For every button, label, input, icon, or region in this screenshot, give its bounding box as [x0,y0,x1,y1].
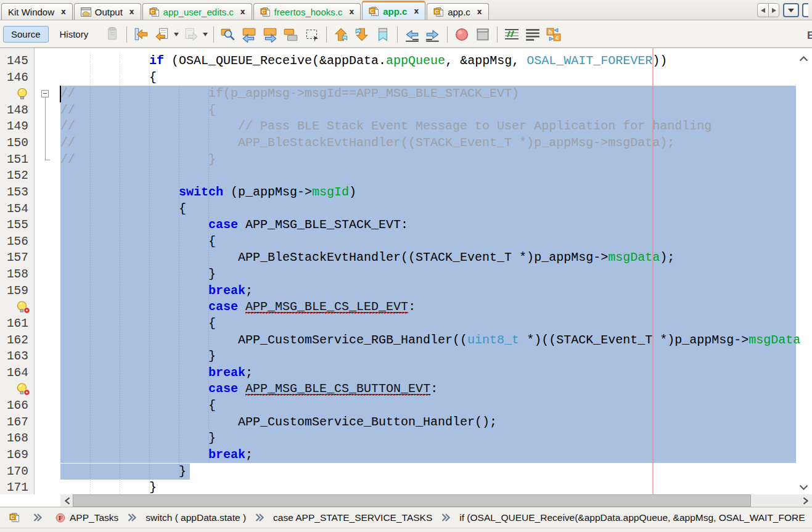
horizontal-scrollbar[interactable] [0,494,812,507]
code-line-159[interactable]: break; [60,283,253,300]
breadcrumb-item[interactable]: C [9,512,24,523]
code-line-153[interactable]: switch (p_appMsg->msgId) [60,184,356,201]
code-line-154[interactable]: { [60,201,186,218]
code-line-166[interactable]: { [60,398,216,414]
hscroll-thumb[interactable] [73,494,751,507]
code-fold-collapse-box[interactable] [41,90,49,97]
breadcrumb-item[interactable]: switch ( appData.state ) [146,512,246,523]
toggle-highlight-button[interactable] [282,26,301,43]
code-line-148[interactable]: // { [60,102,216,119]
code-line-168[interactable]: } [60,430,216,447]
previous-bookmark-button[interactable] [332,26,351,43]
breadcrumb-item[interactable]: if (OSAL_QUEUE_Receive(&appData.appQueue… [459,512,805,523]
history-view-button[interactable]: History [52,26,96,43]
shift-line-left-button[interactable] [403,26,422,43]
svg-text:F: F [58,514,62,521]
scroll-tabs-right-button[interactable] [768,4,779,17]
code-line-163[interactable]: } [60,348,216,365]
hint-lightbulb-icon[interactable] [16,88,30,103]
code-line-155[interactable]: case APP_MSG_BLE_STACK_EVT: [60,217,408,234]
tab-label: Kit Window [8,7,54,17]
code-line-150[interactable]: // APP_BleStackEvtHandler((STACK_Event_T… [60,135,675,152]
forward-dropdown-icon[interactable] [202,26,208,43]
code-line-151[interactable]: // } [60,152,216,168]
shift-line-right-button[interactable] [424,26,443,43]
tab-close-icon[interactable]: x [61,7,66,16]
tab-app-user-edits-c[interactable]: Capp_user_edits.cx [142,3,252,20]
tab-kit-window[interactable]: Kit Windowx [1,3,73,20]
maximize-button-partial[interactable] [802,3,808,17]
scroll-down-icon[interactable] [799,481,808,493]
stop-macro-recording-button[interactable] [474,26,493,43]
tab-close-icon[interactable]: x [477,7,482,16]
code-line-147[interactable]: // if(p_appMsg->msgId==APP_MSG_BLE_STACK… [60,86,519,102]
source-view-button[interactable]: Source [3,26,49,43]
line-number: 158 [7,266,28,283]
tab-app-c[interactable]: Capp.cx [362,1,425,20]
code-line-170[interactable]: } [60,464,186,480]
c-file-icon: C [260,7,271,17]
code-line-164[interactable]: break; [60,365,253,382]
breadcrumb-item[interactable]: case APP_STATE_SERVICE_TASKS [273,512,432,523]
breadcrumb-chevron-icon [127,513,137,522]
code-line-169[interactable]: break; [60,447,253,464]
code-editor[interactable]: 1451461481491501511521531541551561571581… [0,48,812,494]
last-edit-position-button[interactable] [132,26,151,43]
uncomment-button[interactable] [523,26,543,43]
line-number: 155 [7,217,28,234]
start-macro-recording-button[interactable] [453,26,472,43]
rectangular-selection-button[interactable] [303,26,322,43]
tab-close-icon[interactable]: x [240,7,245,16]
hscroll-left-arrow-icon[interactable] [62,495,73,506]
code-line-160[interactable]: case APP_MSG_BLE_CS_LED_EVT: [60,299,416,316]
error-underlined-identifier: APP_MSG_BLE_CS_LED_EVT [245,300,408,314]
tab-close-icon[interactable]: x [414,7,419,15]
code-line-146[interactable]: { [60,70,157,86]
find-previous-button[interactable] [240,26,259,43]
code-line-158[interactable]: } [60,266,216,283]
tab-close-icon[interactable]: x [129,7,134,16]
toolbar-separator [213,27,214,43]
svg-text:C: C [435,8,439,14]
code-line-157[interactable]: APP_BleStackEvtHandler((STACK_Event_T *)… [60,250,675,266]
diff-history-button[interactable] [103,26,122,43]
c-file-icon: C [149,7,160,17]
tab-output[interactable]: Outputx [74,3,141,20]
line-number: 152 [7,168,28,184]
find-selection-button[interactable] [219,26,238,43]
code-line-149[interactable]: // // Pass BLE Stack Event Message to Us… [60,118,712,135]
toggle-header-source-button[interactable]: hc [544,26,564,43]
hscroll-track[interactable] [60,494,812,507]
hscroll-right-arrow-icon[interactable] [800,495,811,506]
code-line-162[interactable]: APP_CustomService_RGB_Handler((uint8_t *… [60,332,800,349]
comment-button[interactable] [502,26,522,43]
back-dropdown-icon[interactable] [173,26,179,43]
code-line-165[interactable]: case APP_MSG_BLE_CS_BUTTON_EVT: [60,381,438,398]
scroll-tabs-left-button[interactable] [758,4,768,17]
toolbar-separator [326,27,327,43]
find-next-button[interactable] [261,26,280,43]
tab-close-icon[interactable]: x [349,7,354,16]
forward-button[interactable] [182,26,201,43]
back-button[interactable] [153,26,172,43]
line-number: 149 [7,118,28,135]
next-bookmark-button[interactable] [353,26,372,43]
function-circle-icon: F [55,513,65,523]
code-line-145[interactable]: if (OSAL_QUEUE_Receive(&appData.appQueue… [60,53,667,70]
tab-list-dropdown-button[interactable] [783,3,799,17]
editor-tab-bar: Kit WindowxOutputxCapp_user_edits.cxCfre… [0,0,812,20]
line-number: 171 [7,480,28,494]
breadcrumb-item[interactable]: FAPP_Tasks [55,512,118,523]
code-line-161[interactable]: { [60,316,216,332]
code-line-156[interactable]: { [60,234,216,250]
error-hint-lightbulb-icon[interactable] [16,301,30,316]
tab-freertos-hooks-c[interactable]: Cfreertos_hooks.cx [253,3,361,20]
code-line-171[interactable]: } [60,480,157,494]
right-margin-line [652,48,654,494]
tab-app-c-2[interactable]: Capp.cx [427,3,488,20]
toggle-bookmark-button[interactable] [374,26,393,43]
code-line-167[interactable]: APP_CustomService_Button_Handler(); [60,414,497,431]
error-hint-lightbulb-icon[interactable] [16,383,30,398]
text-caret [60,86,61,102]
scroll-up-icon[interactable] [799,53,808,64]
